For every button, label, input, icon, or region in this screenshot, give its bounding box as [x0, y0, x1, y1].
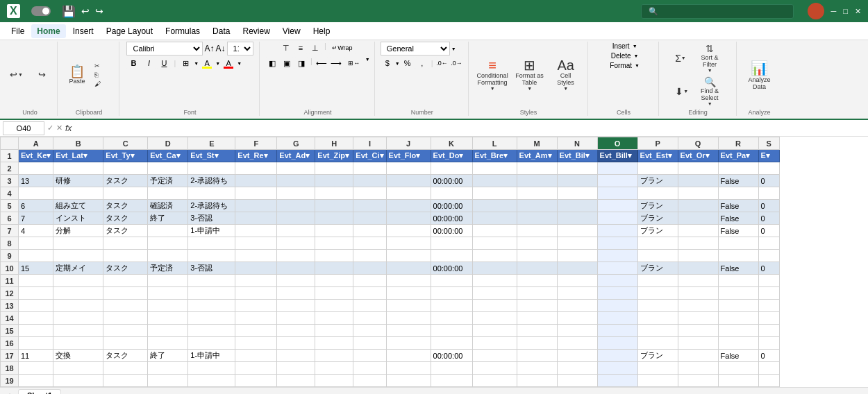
cell[interactable] [597, 200, 637, 212]
cell[interactable] [557, 375, 597, 387]
cell[interactable] [678, 212, 718, 225]
cell[interactable] [277, 312, 315, 325]
cell[interactable] [148, 187, 188, 200]
cell[interactable] [315, 175, 353, 187]
grid-area[interactable]: A B C D E F G H I J K L M N O [0, 137, 868, 387]
cell[interactable] [517, 275, 557, 287]
cell[interactable] [353, 325, 386, 337]
cell[interactable] [718, 275, 758, 287]
cell[interactable]: タスク [103, 262, 148, 275]
cell[interactable]: 予定済 [148, 262, 188, 275]
menu-view[interactable]: View [277, 24, 306, 38]
cell[interactable] [277, 200, 315, 212]
font-color-dropdown[interactable]: ▼ [237, 61, 242, 66]
cell[interactable] [472, 325, 517, 337]
row-header[interactable]: 18 [1, 362, 19, 375]
cell[interactable] [597, 337, 637, 350]
cell[interactable] [517, 375, 557, 387]
cell[interactable] [353, 375, 386, 387]
col-header-P[interactable]: P [637, 137, 678, 150]
cell[interactable]: インスト [53, 212, 103, 225]
cell[interactable] [431, 312, 472, 325]
cell[interactable] [235, 187, 277, 200]
row-header[interactable]: 13 [1, 300, 19, 312]
grow-font-icon[interactable]: A↑ [204, 44, 214, 53]
cell[interactable]: 2-承認待ち [188, 175, 235, 187]
decrease-decimal-button[interactable]: .0← [435, 57, 449, 69]
cell[interactable] [597, 162, 637, 175]
cell[interactable] [431, 300, 472, 312]
cell[interactable] [103, 337, 148, 350]
cell[interactable]: 4 [19, 225, 53, 237]
cell[interactable] [103, 162, 148, 175]
col-header-H[interactable]: H [315, 137, 353, 150]
find-select-dropdown[interactable]: ▼ [708, 101, 712, 106]
cell[interactable] [148, 237, 188, 250]
cell[interactable] [718, 337, 758, 350]
cell[interactable] [597, 300, 637, 312]
cell[interactable] [557, 300, 597, 312]
cell[interactable] [53, 312, 103, 325]
row-header[interactable]: 16 [1, 337, 19, 350]
menu-data[interactable]: Data [207, 24, 235, 38]
fill-dropdown[interactable]: ▼ [215, 61, 220, 66]
cell[interactable] [431, 237, 472, 250]
cell[interactable] [148, 362, 188, 375]
cell[interactable] [386, 312, 431, 325]
redo-small-icon[interactable]: ↪ [95, 6, 103, 17]
cell[interactable] [103, 312, 148, 325]
cell[interactable]: 0 [758, 175, 779, 187]
cell[interactable] [386, 187, 431, 200]
cell[interactable] [148, 337, 188, 350]
cell[interactable] [277, 187, 315, 200]
cell[interactable] [19, 187, 53, 200]
cell[interactable] [678, 325, 718, 337]
cell[interactable] [53, 375, 103, 387]
cell[interactable] [678, 250, 718, 262]
cell[interactable] [431, 337, 472, 350]
cell[interactable] [235, 237, 277, 250]
redo-button[interactable]: ↪ [31, 69, 53, 80]
col-header-C[interactable]: C [103, 137, 148, 150]
cell[interactable] [235, 275, 277, 287]
cell[interactable] [557, 187, 597, 200]
cell[interactable]: 00:00:00 [431, 350, 472, 362]
cell[interactable]: Evt_Ad▾ [277, 150, 315, 162]
format-as-table-button[interactable]: ⊞ Format as Table ▼ [512, 57, 547, 92]
cell[interactable]: 7 [19, 212, 53, 225]
cell[interactable] [718, 250, 758, 262]
cell[interactable] [678, 275, 718, 287]
cell[interactable] [637, 312, 678, 325]
copy-button[interactable]: ⎘ [92, 71, 115, 79]
cell[interactable] [637, 287, 678, 300]
cell[interactable] [277, 262, 315, 275]
conditional-formatting-dropdown[interactable]: ▼ [490, 86, 495, 91]
cell[interactable]: 確認済 [148, 200, 188, 212]
name-box[interactable] [3, 121, 44, 135]
cell[interactable] [19, 237, 53, 250]
cell[interactable] [517, 237, 557, 250]
cell[interactable] [277, 350, 315, 362]
align-left-button[interactable]: ◧ [265, 57, 279, 69]
font-family-selector[interactable]: Calibri [126, 42, 203, 55]
increase-decimal-button[interactable]: .0→ [450, 57, 464, 69]
cell[interactable] [678, 350, 718, 362]
cell[interactable] [472, 362, 517, 375]
cell[interactable]: 終了 [148, 350, 188, 362]
cell[interactable] [148, 287, 188, 300]
col-header-E[interactable]: E [188, 137, 235, 150]
cell[interactable] [718, 362, 758, 375]
cell[interactable] [517, 325, 557, 337]
cell[interactable] [678, 337, 718, 350]
col-header-O[interactable]: O [597, 137, 637, 150]
col-header-F[interactable]: F [235, 137, 277, 150]
cell[interactable] [718, 287, 758, 300]
cell[interactable]: ブラン [637, 350, 678, 362]
cell[interactable] [148, 275, 188, 287]
cell[interactable] [678, 375, 718, 387]
cell[interactable] [472, 350, 517, 362]
cell[interactable] [53, 300, 103, 312]
cell[interactable] [277, 275, 315, 287]
cell[interactable] [353, 312, 386, 325]
cell[interactable] [557, 312, 597, 325]
